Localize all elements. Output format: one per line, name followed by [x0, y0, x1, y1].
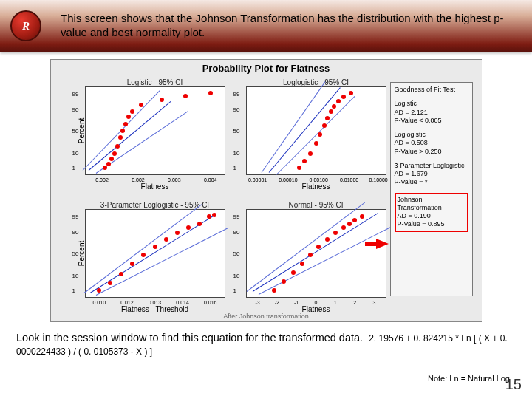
bottom-caption: Look in the session window to find this …	[16, 331, 516, 358]
stat-name: Johnson Transformation	[398, 196, 466, 213]
panel-title: Logistic - 95% CI	[86, 78, 225, 86]
ytick: 90	[72, 106, 79, 112]
xtick: 0.010	[93, 300, 106, 305]
stat-name: 3-Parameter Loglogistic	[395, 162, 468, 170]
ci-line	[258, 227, 390, 295]
ci-line	[83, 204, 202, 293]
ytick: 10	[233, 272, 240, 279]
panel-loglogistic: Loglogistic - 95% CI Flatness 99 90 50 1…	[246, 86, 386, 175]
ytick: 1	[233, 164, 236, 171]
stat-ad: AD = 0.508	[395, 139, 468, 147]
ci-line	[95, 228, 228, 296]
stat-p: P-Value = *	[395, 178, 468, 186]
ci-line	[246, 202, 364, 292]
callout-arrow-icon	[376, 239, 389, 249]
xtick: 0.10000	[369, 177, 387, 183]
rheem-logo: R	[10, 10, 41, 41]
ytick: 50	[233, 128, 240, 134]
figure-footer: After Johnson transformation	[51, 313, 482, 320]
xtick: 0.00100	[310, 177, 328, 183]
xtick: 0.004	[204, 177, 217, 183]
stat-p: P-Value > 0.250	[395, 148, 468, 156]
xtick: 0.013	[149, 300, 162, 305]
xtick: 0.014	[176, 300, 189, 305]
ytick: 1	[72, 287, 75, 293]
ytick: 90	[233, 106, 240, 112]
xtick: 0.016	[204, 300, 217, 305]
panel-logistic: Logistic - 95% CI Percent Flatness 99 90…	[85, 86, 225, 175]
fit-line	[252, 213, 378, 292]
page-number: 15	[505, 376, 522, 393]
stats-group: Loglogistic AD = 0.508 P-Value > 0.250	[395, 131, 468, 156]
caption-lead: Look in the session window to find this …	[16, 332, 363, 344]
ytick: 50	[72, 128, 79, 134]
ytick: 99	[233, 91, 240, 98]
xtick: 0.00001	[248, 177, 267, 183]
ytick: 1	[233, 287, 236, 293]
panel-3p-loglogistic: 3-Parameter Loglogistic - 95% CI Percent…	[85, 209, 225, 298]
panel-title: Loglogistic - 95% CI	[247, 78, 386, 86]
axis-label-x: Flatness	[86, 183, 225, 191]
axis-label-x: Flatness	[247, 183, 386, 191]
goodness-of-fit-panel: Goodness of Fit Test Logistic AD = 2.121…	[390, 82, 473, 296]
ytick: 90	[233, 228, 240, 235]
xtick: 0.002	[95, 177, 109, 183]
panel-normal: Normal - 95% CI Flatness 99 90 50 10 1 -…	[246, 209, 386, 298]
xtick: 3	[373, 300, 376, 305]
ytick: 99	[72, 91, 79, 98]
xtick: 0.012	[120, 300, 134, 305]
xtick: 0.002	[132, 177, 145, 183]
panel-title: 3-Parameter Loglogistic - 95% CI	[86, 201, 225, 209]
ytick: 10	[233, 149, 240, 156]
banner-text: This screen shows that the Johnson Trans…	[61, 12, 532, 40]
xtick: 1	[334, 300, 337, 305]
fit-line	[88, 101, 171, 171]
ytick: 99	[233, 214, 240, 220]
xtick: -3	[255, 300, 259, 305]
xtick: 2	[353, 300, 356, 305]
ytick: 1	[72, 164, 75, 171]
stats-group: 3-Parameter Loglogistic AD = 1.679 P-Val…	[395, 162, 468, 187]
stat-ad: AD = 1.679	[395, 170, 468, 178]
xtick: 0.01000	[340, 177, 358, 183]
stat-p: P-Value < 0.005	[395, 117, 468, 125]
stats-header: Goodness of Fit Test	[395, 86, 468, 94]
ytick: 50	[233, 250, 240, 257]
figure-title: Probability Plot for Flatness	[51, 63, 482, 74]
stat-ad: AD = 2.121	[395, 109, 468, 117]
ci-line	[261, 81, 325, 172]
footnote: Note: Ln = Natural Log	[428, 374, 510, 383]
xtick: -1	[294, 300, 299, 305]
header-banner: R This screen shows that the Johnson Tra…	[0, 0, 532, 52]
ytick: 10	[72, 272, 79, 279]
probability-figure: Probability Plot for Flatness Logistic -…	[50, 59, 482, 322]
stat-name: Loglogistic	[395, 131, 468, 139]
ytick: 99	[72, 214, 79, 220]
stat-p: P-Value = 0.895	[398, 220, 466, 228]
ytick: 50	[72, 250, 79, 257]
ytick: 10	[72, 149, 79, 156]
stat-name: Logistic	[395, 100, 468, 108]
stats-group: Logistic AD = 2.121 P-Value < 0.005	[395, 100, 468, 125]
xtick: 0	[315, 300, 318, 305]
stat-ad: AD = 0.190	[398, 212, 466, 220]
stats-group-highlighted: Johnson Transformation AD = 0.190 P-Valu…	[395, 193, 468, 232]
xtick: -2	[275, 300, 279, 305]
xtick: 0.00010	[279, 177, 297, 183]
ytick: 90	[72, 228, 79, 235]
xtick: 0.003	[168, 177, 181, 183]
